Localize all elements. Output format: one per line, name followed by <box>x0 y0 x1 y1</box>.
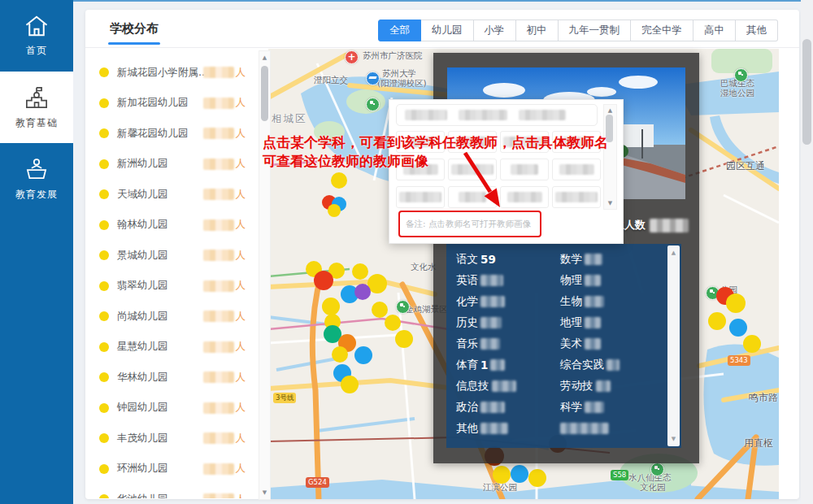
subject-count-censored <box>490 359 505 371</box>
page-scrollbar[interactable] <box>801 0 813 504</box>
sidebar-item-教育基础[interactable]: 教育基础 <box>0 72 73 143</box>
teacher-name-cell[interactable] <box>552 159 601 180</box>
teacher-name-cell[interactable] <box>396 186 445 208</box>
school-map-dot[interactable] <box>726 293 746 313</box>
school-map-dot[interactable] <box>314 271 333 290</box>
subject-item-政治[interactable]: 政治 <box>456 397 516 418</box>
scrollbar-thumb[interactable] <box>261 66 268 121</box>
note-text: 备注: 点击教师名可打开教师画像 <box>400 219 531 230</box>
school-list-item[interactable]: 翡翠幼儿园人 <box>88 274 259 298</box>
map-label: 鸣市路 <box>749 391 778 405</box>
school-list-item[interactable]: 新洲幼儿园人 <box>88 152 259 176</box>
school-list-item[interactable]: 尚城幼儿园人 <box>88 304 259 328</box>
school-map-dot[interactable] <box>385 315 401 331</box>
count-unit: 人 <box>236 310 246 324</box>
school-map-dot[interactable] <box>322 298 340 315</box>
count-unit: 人 <box>236 371 246 385</box>
scroll-up-icon[interactable]: ▲ <box>667 250 680 256</box>
subject-name: 体育 <box>456 358 478 372</box>
school-count: 人 <box>203 66 246 80</box>
tab-其他[interactable]: 其他 <box>736 20 778 41</box>
subject-item-历史[interactable]: 历史 <box>456 312 516 333</box>
subject-item-其他[interactable]: 其他 <box>456 418 516 439</box>
school-map-dot[interactable] <box>354 346 372 364</box>
annotation-line1: 点击某个学科，可看到该学科任教教师，点击具体教师名 <box>263 133 608 152</box>
school-list-item[interactable]: 翰林幼儿园人 <box>88 213 259 237</box>
subject-item-物理[interactable]: 物理 <box>560 270 620 291</box>
park-icon <box>396 300 410 314</box>
school-map-dot[interactable] <box>328 204 341 217</box>
tab-初中[interactable]: 初中 <box>516 20 559 41</box>
school-list-item[interactable]: 华池幼儿园人 <box>88 487 259 498</box>
school-dot-icon <box>99 494 109 498</box>
school-map-dot[interactable] <box>354 284 371 300</box>
tab-高中[interactable]: 高中 <box>693 20 736 41</box>
school-map-dot[interactable] <box>743 335 761 353</box>
subject-count-censored <box>560 423 609 434</box>
school-map-dot[interactable] <box>729 319 747 337</box>
school-map-dot[interactable] <box>395 330 413 348</box>
map-label: 相城区 <box>272 112 307 126</box>
school-list-item[interactable]: 丰茂幼儿园人 <box>88 426 259 450</box>
subject-item-美术[interactable]: 美术 <box>560 333 620 354</box>
subject-item-英语[interactable]: 英语 <box>456 270 516 291</box>
teacher-name-censored <box>399 192 441 202</box>
school-name: 丰茂幼儿园 <box>117 432 168 445</box>
school-dot-icon <box>99 128 109 138</box>
scroll-down-icon[interactable]: ▼ <box>667 436 680 442</box>
subject-name: 英语 <box>456 273 478 288</box>
school-list-item[interactable]: 新加花园幼儿园人 <box>88 91 259 115</box>
tab-幼儿园[interactable]: 幼儿园 <box>421 20 474 41</box>
school-list-item[interactable]: 天域幼儿园人 <box>88 182 259 206</box>
school-map-dot[interactable] <box>352 263 368 280</box>
count-unit: 人 <box>236 127 246 141</box>
subject-item-语文[interactable]: 语文59 <box>456 249 516 270</box>
subject-item[interactable] <box>560 418 620 439</box>
subject-item-化学[interactable]: 化学 <box>456 291 516 312</box>
scroll-down-icon[interactable]: ▼ <box>604 200 616 206</box>
teacher-scrollbar[interactable]: ▲ ▼ <box>603 104 617 210</box>
scroll-up-icon[interactable]: ▲ <box>259 54 270 61</box>
teacher-name-cell[interactable] <box>552 186 601 208</box>
school-list-item[interactable]: 景城幼儿园人 <box>88 243 259 267</box>
school-list-item[interactable]: 环洲幼儿园人 <box>88 457 259 481</box>
school-list-scrollbar[interactable]: ▲ ▼ <box>259 50 271 500</box>
subject-item-综合实践[interactable]: 综合实践 <box>560 354 620 376</box>
scroll-down-icon[interactable]: ▼ <box>259 489 270 496</box>
school-map-dot[interactable] <box>528 469 546 487</box>
subject-item-地理[interactable]: 地理 <box>560 312 620 333</box>
school-list-item[interactable]: 华林幼儿园人 <box>88 365 259 389</box>
tab-全部[interactable]: 全部 <box>378 20 421 41</box>
subject-scrollbar[interactable]: ▲ ▼ <box>667 245 680 446</box>
school-dot-icon <box>99 220 109 230</box>
subject-item-信息技[interactable]: 信息技 <box>456 376 516 397</box>
subject-item-音乐[interactable]: 音乐 <box>456 333 516 354</box>
school-map-dot[interactable] <box>372 302 388 318</box>
school-count: 人 <box>203 310 246 324</box>
school-map-dot[interactable] <box>493 466 511 484</box>
subject-item-数学[interactable]: 数学 <box>560 249 620 270</box>
tab-九年一贯制[interactable]: 九年一贯制 <box>559 20 632 41</box>
school-map-dot[interactable] <box>332 346 348 363</box>
tab-小学[interactable]: 小学 <box>474 20 516 41</box>
subject-item-体育[interactable]: 体育1 <box>456 354 516 376</box>
school-map-dot[interactable] <box>511 465 528 483</box>
school-map-dot[interactable] <box>341 376 359 393</box>
scroll-up-icon[interactable]: ▲ <box>604 107 616 114</box>
sidebar-item-教育发展[interactable]: 教育发展 <box>0 143 73 215</box>
sidebar-item-首页[interactable]: 首页 <box>0 0 73 72</box>
scrollbar-thumb[interactable] <box>802 39 811 145</box>
school-list-item[interactable]: 新城花园小学附属...人 <box>88 60 259 85</box>
subject-item-劳动技[interactable]: 劳动技 <box>560 376 620 397</box>
tab-完全中学[interactable]: 完全中学 <box>631 20 693 41</box>
count-censored <box>203 341 234 353</box>
school-list-item[interactable]: 新馨花园幼儿园人 <box>88 121 259 146</box>
school-dot-icon <box>99 464 109 474</box>
school-list-item[interactable]: 星慧幼儿园人 <box>88 335 259 359</box>
school-map-dot[interactable] <box>331 172 347 189</box>
subject-item-生物[interactable]: 生物 <box>560 291 620 312</box>
subject-count-censored <box>585 296 604 307</box>
subject-item-科学[interactable]: 科学 <box>560 397 620 418</box>
school-list-item[interactable]: 钟园幼儿园人 <box>88 396 259 420</box>
school-map-dot[interactable] <box>708 312 726 330</box>
